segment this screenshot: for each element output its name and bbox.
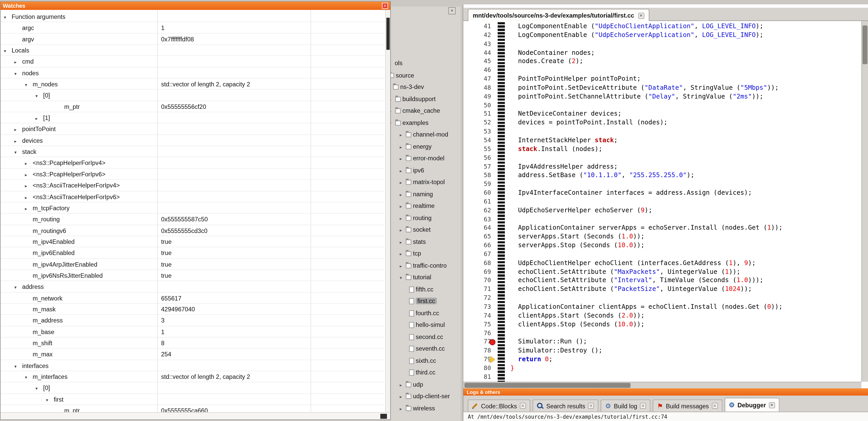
tree-item-third-cc[interactable]: third.cc [409, 367, 461, 379]
expand-chevron-icon[interactable]: ▸ [400, 153, 406, 165]
watch-row-m-ipv6enabled[interactable]: m_ipv6Enabledtrue [1, 248, 384, 259]
expand-chevron-icon[interactable]: ▸ [391, 106, 395, 118]
tree-item-source[interactable]: source [391, 69, 461, 81]
expand-chevron-icon[interactable]: ▸ [400, 141, 406, 153]
code-area[interactable]: LogComponentEnable ("UdpEchoClientApplic… [505, 22, 862, 382]
line-number-gutter[interactable]: 4142434445464748495051525354555657585960… [463, 22, 495, 382]
tree-item-hello-simul[interactable]: hello-simul [409, 319, 461, 331]
watch-row-cmd[interactable]: ▸cmd [1, 56, 384, 67]
collapse-chevron-icon[interactable]: ▾ [400, 272, 406, 284]
log-tab-debugger[interactable]: ⚙Debugger× [724, 398, 779, 412]
tree-item-buildsupport[interactable]: ▸buildsupport [391, 93, 461, 105]
editor-vertical-scrollbar[interactable] [861, 21, 868, 382]
tree-item-first-cc[interactable]: first.cc [409, 295, 461, 307]
watch-row-m-shift[interactable]: m_shift8 [1, 337, 384, 349]
watches-horizontal-scrollbar[interactable] [1, 412, 390, 419]
tree-item-matrix-topol[interactable]: ▸matrix-topol [400, 176, 460, 188]
tree-item-second-cc[interactable]: second.cc [409, 331, 461, 343]
code-editor[interactable]: 4142434445464748495051525354555657585960… [463, 21, 861, 382]
watch-row-ns3-asciitracehelperforipv6[interactable]: ▸<ns3::AsciiTraceHelperForIpv6> [1, 191, 384, 202]
tree-item-udp[interactable]: ▸udp [400, 379, 460, 390]
close-tab-icon[interactable]: × [640, 402, 646, 409]
collapse-chevron-icon[interactable]: ▾ [25, 79, 33, 89]
watch-row-pointtopoint[interactable]: ▸pointToPoint [1, 124, 384, 135]
close-tab-icon[interactable]: × [588, 402, 594, 409]
collapse-chevron-icon[interactable]: ▾ [4, 12, 12, 22]
tree-item-sixth-cc[interactable]: sixth.cc [409, 355, 461, 367]
watch-row-m-interfaces[interactable]: ▾m_interfacesstd::vector of length 2, ca… [1, 371, 384, 383]
expand-chevron-icon[interactable]: ▸ [400, 249, 406, 260]
collapse-chevron-icon[interactable]: ▾ [14, 282, 22, 292]
collapse-chevron-icon[interactable]: ▾ [4, 46, 12, 56]
log-tab-build-log[interactable]: ⚙Build log× [601, 399, 650, 412]
tree-item-traffic-contro[interactable]: ▸traffic-contro [400, 260, 460, 271]
tree-item-udp-client-ser[interactable]: ▸udp-client-ser [400, 390, 460, 402]
watch-row-devices[interactable]: ▸devices [1, 135, 384, 147]
tree-item-socket[interactable]: ▸socket [400, 224, 460, 236]
collapse-chevron-icon[interactable]: ▾ [35, 384, 43, 393]
collapse-chevron-icon[interactable]: ▾ [14, 147, 22, 157]
log-tab-code-blocks[interactable]: Code::Blocks× [468, 399, 530, 412]
watch-row-function-arguments[interactable]: ▾Function arguments [1, 11, 384, 23]
watch-row-argv[interactable]: argv0x7fffffffdf08 [1, 34, 384, 45]
watch-row-address[interactable]: ▾address [1, 281, 384, 292]
expand-chevron-icon[interactable]: ▸ [400, 165, 406, 177]
watch-row-m-network[interactable]: m_network655617 [1, 292, 384, 304]
watch-row-0[interactable]: ▾[0] [1, 383, 384, 394]
watch-row-m-ipv6nsrsjitterenabled[interactable]: m_ipv6NsRsJitterEnabledtrue [1, 270, 384, 281]
expand-chevron-icon[interactable]: ▸ [400, 237, 406, 249]
watch-row-1[interactable]: ▸[1] [1, 112, 384, 124]
expand-chevron-icon[interactable]: ▸ [25, 170, 33, 179]
tree-item-naming[interactable]: ▸naming [400, 188, 460, 200]
close-pane-icon[interactable]: × [448, 7, 456, 14]
expand-chevron-icon[interactable]: ▸ [35, 114, 43, 123]
expand-chevron-icon[interactable]: ▸ [14, 57, 22, 67]
tree-item-tcp[interactable]: ▸tcp [400, 248, 460, 260]
expand-chevron-icon[interactable]: ▸ [25, 192, 33, 202]
watches-titlebar[interactable]: Watches × [1, 2, 390, 10]
watch-row-ns3-pcaphelperforipv4[interactable]: ▸<ns3::PcapHelperForIpv4> [1, 158, 384, 169]
expand-chevron-icon[interactable]: ▸ [400, 213, 406, 225]
watch-row-m-routing[interactable]: m_routing0x555555587c50 [1, 214, 384, 225]
tree-item-wireless[interactable]: ▸wireless [400, 402, 460, 414]
expand-chevron-icon[interactable]: ▸ [400, 225, 406, 237]
close-tab-icon[interactable]: × [520, 402, 526, 409]
tree-item-routing[interactable]: ▸routing [400, 212, 460, 224]
tree-item-tutorial[interactable]: ▾tutorial [400, 271, 460, 284]
tree-item-examples[interactable]: ▾examples [391, 117, 461, 129]
tree-item-error-model[interactable]: ▸error-model [400, 153, 460, 164]
expand-chevron-icon[interactable]: ▸ [400, 189, 406, 201]
close-tab-icon[interactable]: × [769, 402, 775, 408]
watch-row-0[interactable]: ▾[0] [1, 90, 384, 101]
editor-tab-first-cc[interactable]: mnt/dev/tools/source/ns-3-dev/examples/t… [468, 9, 649, 22]
expand-chevron-icon[interactable]: ▸ [400, 201, 406, 213]
watch-row-m-tcpfactory[interactable]: ▸m_tcpFactory [1, 202, 384, 214]
expand-chevron-icon[interactable]: ▸ [400, 177, 406, 189]
expand-chevron-icon[interactable]: ▸ [14, 136, 22, 145]
tree-item-ols[interactable]: ols [395, 57, 461, 69]
collapse-chevron-icon[interactable]: ▾ [391, 118, 395, 130]
tree-item-fifth-cc[interactable]: fifth.cc [409, 284, 461, 295]
tree-item-realtime[interactable]: ▸realtime [400, 200, 460, 212]
log-tab-search-results[interactable]: Search results× [532, 399, 598, 412]
watches-vertical-scrollbar[interactable] [385, 10, 390, 412]
tree-item-cmake-cache[interactable]: ▸cmake_cache [391, 105, 461, 117]
watch-row-m-base[interactable]: m_base1 [1, 326, 384, 337]
tree-item-ns-3-dev[interactable]: ns-3-dev [393, 81, 461, 93]
expand-chevron-icon[interactable]: ▸ [400, 379, 406, 391]
watch-row-ns3-pcaphelperforipv6[interactable]: ▸<ns3::PcapHelperForIpv6> [1, 169, 384, 180]
watch-row-m-address[interactable]: m_address3 [1, 315, 384, 326]
scrollbar-thumb[interactable] [465, 383, 631, 388]
collapse-chevron-icon[interactable]: ▾ [14, 361, 22, 370]
expand-chevron-icon[interactable]: ▸ [25, 159, 33, 168]
watch-row-m-routingv6[interactable]: m_routingv60x5555555cd3c0 [1, 225, 384, 236]
collapse-chevron-icon[interactable]: ▾ [46, 395, 54, 404]
tree-item-stats[interactable]: ▸stats [400, 236, 460, 248]
close-tab-icon[interactable]: × [712, 402, 718, 409]
watch-row-m-mask[interactable]: m_mask4294967040 [1, 303, 384, 315]
watch-row-m-ipv4enabled[interactable]: m_ipv4Enabledtrue [1, 236, 384, 248]
expand-chevron-icon[interactable]: ▸ [391, 94, 395, 106]
watch-row-interfaces[interactable]: ▾interfaces [1, 360, 384, 371]
logs-titlebar[interactable]: Logs & others [463, 388, 868, 396]
watch-row-ns3-asciitracehelperforipv4[interactable]: ▸<ns3::AsciiTraceHelperForIpv4> [1, 180, 384, 191]
